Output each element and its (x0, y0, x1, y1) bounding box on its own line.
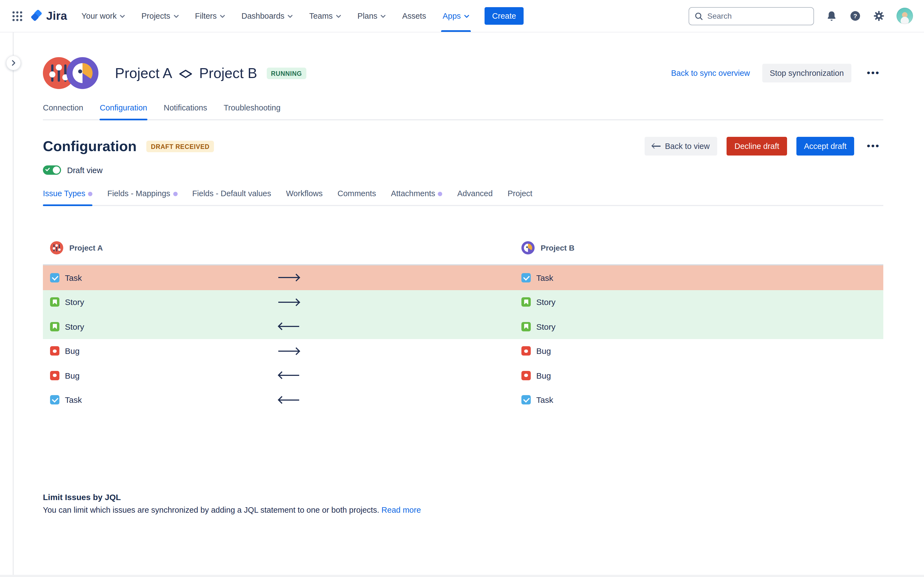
task-icon (522, 273, 531, 282)
mapping-row-story[interactable]: Story Story (43, 290, 883, 314)
arrow-left-icon (652, 146, 661, 147)
diamond-connection-icon (179, 69, 192, 79)
subtab-workflows[interactable]: Workflows (286, 189, 323, 205)
nav-item-projects[interactable]: Projects (141, 0, 178, 32)
mapping-row-story[interactable]: Story Story (43, 314, 883, 339)
mapping-row-task[interactable]: Task Task (43, 388, 883, 412)
subtab-project[interactable]: Project (508, 189, 532, 205)
subtab-issue-types[interactable]: Issue Types (43, 189, 92, 205)
nav-item-teams[interactable]: Teams (309, 0, 341, 32)
sync-direction-arrow (278, 348, 300, 355)
primary-tabs: Connection Configuration Notifications T… (43, 103, 883, 120)
tab-troubleshooting[interactable]: Troubleshooting (224, 103, 281, 119)
configuration-subtabs: Issue Types Fields - Mappings Fields - D… (43, 189, 883, 206)
nav-item-dashboards[interactable]: Dashboards (241, 0, 292, 32)
check-icon (45, 167, 50, 172)
jira-logo-text: Jira (46, 9, 67, 23)
nav-item-your-work[interactable]: Your work (81, 0, 125, 32)
create-button[interactable]: Create (485, 7, 524, 25)
draft-received-badge: DRAFT RECEIVED (147, 140, 214, 152)
page-title: Project A Project B (115, 64, 257, 82)
jira-sync-configuration-page: Jira Your work Projects Filters Dashboar… (0, 0, 924, 577)
bug-icon (50, 371, 60, 380)
story-icon (50, 298, 60, 307)
story-icon (522, 298, 531, 307)
chevron-down-icon (336, 15, 341, 18)
toggle-knob (53, 166, 60, 174)
sidebar-divider (13, 32, 14, 577)
notifications-bell-icon[interactable] (825, 10, 838, 22)
search-icon (695, 12, 703, 20)
configuration-header: Configuration DRAFT RECEIVED Back to vie… (43, 137, 883, 156)
sync-direction-arrow (278, 397, 300, 403)
nav-item-filters[interactable]: Filters (195, 0, 225, 32)
jql-heading: Limit Issues by JQL (43, 492, 883, 502)
back-to-view-button[interactable]: Back to view (645, 137, 717, 156)
mapping-row-task[interactable]: Task Task (43, 266, 883, 290)
chevron-down-icon (381, 15, 386, 18)
tab-configuration[interactable]: Configuration (100, 103, 147, 119)
decline-draft-button[interactable]: Decline draft (727, 137, 787, 156)
tab-connection[interactable]: Connection (43, 103, 83, 119)
sync-more-actions-button[interactable]: ••• (864, 65, 883, 81)
accept-draft-button[interactable]: Accept draft (796, 137, 855, 156)
bottom-edge (0, 575, 924, 577)
stop-synchronization-button[interactable]: Stop synchronization (762, 64, 851, 82)
jql-description: You can limit which issues are synchroni… (43, 506, 883, 514)
project-b-column-header: Project B (522, 241, 575, 255)
mapping-row-bug[interactable]: Bug Bug (43, 363, 883, 388)
svg-text:?: ? (853, 12, 857, 19)
subtab-advanced[interactable]: Advanced (457, 189, 493, 205)
draft-view-toggle-row: Draft view (43, 165, 883, 175)
configuration-heading: Configuration (43, 138, 137, 155)
draft-view-label: Draft view (67, 166, 103, 174)
project-a-column-header: Project A (50, 241, 103, 255)
settings-gear-icon[interactable] (873, 10, 885, 22)
project-avatars (43, 57, 99, 89)
app-switcher-grid-icon[interactable] (12, 11, 23, 21)
search-input[interactable] (707, 11, 808, 20)
bug-icon (50, 347, 60, 356)
sync-header: Project A Project B RUNNING Back to sync… (43, 57, 883, 89)
configuration-more-actions-button[interactable]: ••• (864, 139, 883, 154)
back-to-sync-overview-link[interactable]: Back to sync overview (671, 69, 750, 77)
sync-direction-arrow (278, 299, 300, 306)
jira-logo[interactable]: Jira (30, 9, 67, 23)
subtab-fields-default-values[interactable]: Fields - Default values (192, 189, 271, 205)
subtab-fields-mappings[interactable]: Fields - Mappings (107, 189, 178, 205)
story-icon (50, 322, 60, 331)
help-icon[interactable]: ? (849, 10, 861, 22)
change-indicator-dot (88, 192, 92, 196)
read-more-link[interactable]: Read more (381, 506, 421, 514)
chevron-down-icon (464, 15, 469, 18)
status-badge-running: RUNNING (267, 67, 306, 79)
user-avatar[interactable] (897, 8, 913, 24)
draft-view-toggle[interactable] (43, 165, 61, 175)
chevron-right-icon (10, 60, 16, 66)
chevron-down-icon (220, 15, 225, 18)
sync-direction-arrow (278, 323, 300, 330)
mapping-row-bug[interactable]: Bug Bug (43, 339, 883, 363)
limit-issues-by-jql-section: Limit Issues by JQL You can limit which … (43, 492, 883, 514)
bug-icon (522, 347, 531, 356)
chevron-down-icon (288, 15, 292, 18)
project-a-icon (50, 241, 63, 255)
task-icon (50, 273, 60, 282)
expand-sidebar-button[interactable] (6, 55, 21, 70)
nav-item-apps[interactable]: Apps (443, 0, 469, 32)
subtab-comments[interactable]: Comments (338, 189, 376, 205)
change-indicator-dot (173, 192, 178, 196)
project-b-avatar (66, 57, 99, 89)
sync-direction-arrow (278, 274, 300, 281)
nav-item-assets[interactable]: Assets (402, 0, 426, 32)
chevron-down-icon (173, 15, 178, 18)
main-content: Project A Project B RUNNING Back to sync… (43, 32, 883, 514)
jira-logo-icon (30, 10, 43, 22)
nav-item-plans[interactable]: Plans (357, 0, 386, 32)
main-menu: Your work Projects Filters Dashboards Te… (81, 0, 469, 32)
subtab-attachments[interactable]: Attachments (391, 189, 442, 205)
search-box[interactable] (688, 7, 814, 25)
chevron-down-icon (120, 15, 125, 18)
tab-notifications[interactable]: Notifications (164, 103, 207, 119)
mapping-table-header: Project A Project B (43, 241, 883, 264)
